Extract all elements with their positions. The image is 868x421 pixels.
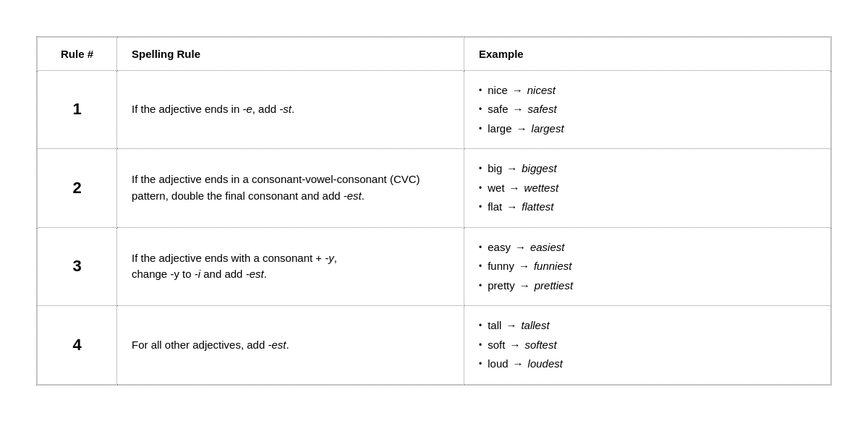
list-item: •wet→wettest [479,180,816,197]
word-from: pretty [488,278,515,294]
bullet-icon: • [479,200,482,213]
header-example: Example [464,37,831,70]
arrow-icon: → [512,82,523,99]
word-from: easy [488,239,511,256]
word-to: biggest [522,161,556,177]
word-to: funniest [534,258,572,275]
example-cell: •tall→tallest•soft→softest•loud→loudest [464,306,831,385]
word-to: softest [524,337,556,354]
header-rule-num: Rule # [38,37,117,70]
bullet-icon: • [479,319,482,332]
bullet-icon: • [479,103,482,116]
word-to: loudest [528,356,563,373]
arrow-icon: → [515,239,526,256]
table-row: 2If the adjective ends in a consonant-vo… [38,149,831,228]
list-item: •safe→safest [479,101,816,118]
arrow-icon: → [516,121,527,137]
word-from: tall [488,318,501,334]
spelling-rule-cell: If the adjective ends in -e, add -st. [117,70,464,149]
list-item: •large→largest [479,121,816,137]
spelling-rules-table: Rule # Spelling Rule Example 1If the adj… [36,36,832,386]
list-item: •loud→loudest [479,356,816,373]
word-to: largest [532,121,564,137]
arrow-icon: → [506,161,517,177]
bullet-icon: • [479,339,482,352]
list-item: •big→biggest [479,161,816,177]
word-from: nice [488,82,508,99]
bullet-icon: • [479,182,482,195]
bullet-icon: • [479,241,482,254]
word-from: flat [488,199,502,216]
list-item: •pretty→prettiest [479,278,816,294]
example-cell: •nice→nicest•safe→safest•large→largest [464,70,831,149]
arrow-icon: → [506,318,516,334]
list-item: •flat→flattest [479,199,816,216]
word-to: easiest [530,239,565,256]
word-from: wet [488,180,504,197]
word-from: safe [488,101,508,118]
example-cell: •big→biggest•wet→wettest•flat→flattest [464,149,831,228]
bullet-icon: • [479,260,482,273]
spelling-rule-cell: If the adjective ends with a consonant +… [117,227,464,306]
word-from: large [488,121,511,137]
arrow-icon: → [519,258,529,275]
header-spelling-rule: Spelling Rule [117,37,464,70]
word-to: flattest [522,199,553,216]
list-item: •soft→softest [479,337,816,354]
table-row: 4For all other adjectives, add -est.•tal… [38,306,831,385]
word-to: nicest [527,82,556,99]
list-item: •nice→nicest [479,82,816,99]
bullet-icon: • [479,162,482,175]
bullet-icon: • [479,357,482,370]
word-to: wettest [524,180,559,197]
rule-number-cell: 2 [38,149,117,228]
word-to: tallest [521,318,549,334]
list-item: •funny→funniest [479,258,816,275]
rule-number-cell: 3 [38,227,117,306]
spelling-rule-cell: For all other adjectives, add -est. [117,306,464,385]
word-from: loud [488,356,508,373]
list-item: •easy→easiest [479,239,816,256]
arrow-icon: → [513,101,524,118]
bullet-icon: • [479,122,482,135]
word-from: funny [488,258,514,275]
rule-number-cell: 1 [38,70,117,149]
word-from: big [488,161,502,177]
arrow-icon: → [513,356,524,373]
word-to: prettiest [535,278,573,294]
table-row: 1If the adjective ends in -e, add -st.•n… [38,70,831,149]
word-to: safest [528,101,557,118]
table-row: 3If the adjective ends with a consonant … [38,227,831,306]
example-cell: •easy→easiest•funny→funniest•pretty→pret… [464,227,831,306]
bullet-icon: • [479,84,482,97]
list-item: •tall→tallest [479,318,816,334]
arrow-icon: → [509,337,520,354]
bullet-icon: • [479,279,482,292]
rule-number-cell: 4 [38,306,117,385]
word-from: soft [488,337,505,354]
arrow-icon: → [506,199,517,216]
spelling-rule-cell: If the adjective ends in a consonant-vow… [117,149,464,228]
arrow-icon: → [519,278,530,294]
arrow-icon: → [509,180,520,197]
